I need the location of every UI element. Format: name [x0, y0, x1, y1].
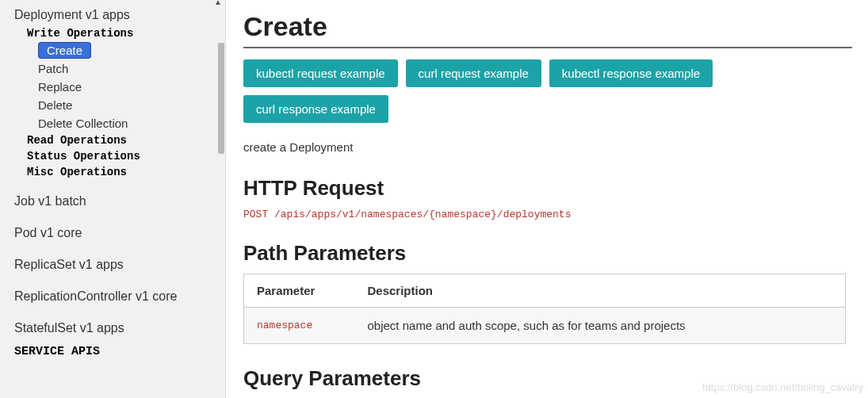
operation-description: create a Deployment	[243, 140, 852, 154]
curl-request-example-button[interactable]: curl request example	[406, 59, 541, 87]
sidebar-group-misc-operations[interactable]: Misc Operations	[0, 164, 225, 180]
sidebar-group-read-operations[interactable]: Read Operations	[0, 132, 225, 148]
path-parameters-heading: Path Parameters	[243, 241, 852, 266]
title-divider	[243, 47, 852, 48]
sidebar-op-create-label: Create	[38, 42, 91, 59]
curl-response-example-button[interactable]: curl response example	[243, 95, 388, 123]
sidebar-resource-replicationcontroller[interactable]: ReplicationController v1 core	[0, 286, 225, 307]
http-request-heading: HTTP Request	[243, 176, 852, 201]
kubectl-request-example-button[interactable]: kubectl request example	[243, 59, 398, 87]
example-button-row: kubectl request example curl request exa…	[243, 59, 852, 123]
sidebar-op-replace[interactable]: Replace	[0, 78, 225, 96]
sidebar-group-status-operations[interactable]: Status Operations	[0, 148, 225, 164]
col-parameter: Parameter	[244, 274, 355, 308]
sidebar-scrollbar[interactable]	[217, 8, 225, 390]
sidebar: ▲ Deployment v1 apps Write Operations Cr…	[0, 0, 226, 398]
sidebar-resource-job[interactable]: Job v1 batch	[0, 191, 225, 212]
sidebar-op-delete[interactable]: Delete	[0, 96, 225, 114]
sidebar-op-delete-collection[interactable]: Delete Collection	[0, 114, 225, 132]
query-parameters-heading: Query Parameters	[243, 366, 852, 391]
http-request-line: POST /apis/apps/v1/namespaces/{namespace…	[243, 209, 852, 220]
main-content: Create kubectl request example curl requ…	[226, 0, 868, 398]
sidebar-scrollbar-thumb[interactable]	[218, 43, 224, 154]
scroll-up-icon[interactable]: ▲	[214, 0, 224, 8]
app-root: ▲ Deployment v1 apps Write Operations Cr…	[0, 0, 868, 398]
kubectl-response-example-button[interactable]: kubectl response example	[549, 59, 713, 87]
sidebar-resource-pod[interactable]: Pod v1 core	[0, 223, 225, 243]
sidebar-category-service-apis[interactable]: SERVICE APIS	[0, 339, 225, 360]
sidebar-op-patch[interactable]: Patch	[0, 59, 225, 78]
col-description: Description	[355, 274, 846, 308]
sidebar-op-create[interactable]: Create	[0, 41, 225, 59]
param-desc: object name and auth scope, such as for …	[355, 308, 846, 344]
sidebar-resource-deployment[interactable]: Deployment v1 apps	[0, 5, 225, 25]
table-row: namespace object name and auth scope, su…	[244, 308, 846, 344]
page-title: Create	[243, 11, 852, 42]
path-parameters-table: Parameter Description namespace object n…	[243, 274, 846, 344]
sidebar-resource-replicaset[interactable]: ReplicaSet v1 apps	[0, 254, 225, 275]
sidebar-group-write-operations[interactable]: Write Operations	[0, 25, 225, 41]
sidebar-resource-statefulset[interactable]: StatefulSet v1 apps	[0, 318, 225, 339]
table-header-row: Parameter Description	[244, 274, 846, 308]
param-name: namespace	[244, 308, 355, 344]
